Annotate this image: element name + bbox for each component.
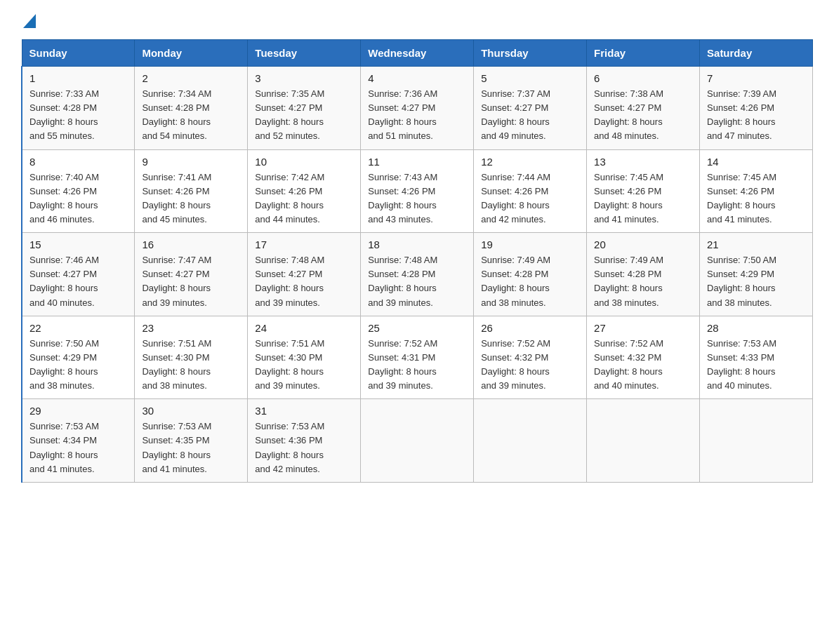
calendar-cell: 29 Sunrise: 7:53 AMSunset: 4:34 PMDaylig…	[22, 399, 135, 483]
day-number: 8	[29, 156, 127, 168]
day-info: Sunrise: 7:35 AMSunset: 4:27 PMDaylight:…	[255, 87, 353, 144]
day-info: Sunrise: 7:51 AMSunset: 4:30 PMDaylight:…	[142, 337, 240, 394]
day-number: 17	[255, 239, 353, 250]
calendar-cell: 8 Sunrise: 7:40 AMSunset: 4:26 PMDayligh…	[22, 149, 135, 233]
day-info: Sunrise: 7:52 AMSunset: 4:32 PMDaylight:…	[594, 337, 692, 394]
day-number: 2	[142, 72, 240, 84]
day-number: 13	[594, 156, 692, 168]
day-number: 3	[255, 72, 353, 84]
day-info: Sunrise: 7:39 AMSunset: 4:26 PMDaylight:…	[707, 87, 805, 144]
day-number: 1	[29, 72, 127, 84]
calendar-cell: 7 Sunrise: 7:39 AMSunset: 4:26 PMDayligh…	[700, 67, 813, 150]
calendar-cell: 2 Sunrise: 7:34 AMSunset: 4:28 PMDayligh…	[135, 67, 248, 150]
column-header-friday: Friday	[587, 40, 700, 67]
calendar-cell: 15 Sunrise: 7:46 AMSunset: 4:27 PMDaylig…	[22, 233, 135, 316]
day-info: Sunrise: 7:48 AMSunset: 4:27 PMDaylight:…	[255, 253, 353, 310]
calendar-cell: 18 Sunrise: 7:48 AMSunset: 4:28 PMDaylig…	[361, 233, 474, 316]
calendar-cell: 4 Sunrise: 7:36 AMSunset: 4:27 PMDayligh…	[361, 67, 474, 150]
day-number: 22	[29, 322, 127, 334]
calendar-cell: 26 Sunrise: 7:52 AMSunset: 4:32 PMDaylig…	[474, 316, 587, 399]
calendar-cell	[361, 399, 474, 483]
day-info: Sunrise: 7:45 AMSunset: 4:26 PMDaylight:…	[707, 170, 805, 227]
calendar-cell: 23 Sunrise: 7:51 AMSunset: 4:30 PMDaylig…	[135, 316, 248, 399]
day-info: Sunrise: 7:47 AMSunset: 4:27 PMDaylight:…	[142, 253, 240, 310]
day-number: 21	[707, 239, 805, 250]
calendar-cell	[700, 399, 813, 483]
column-header-tuesday: Tuesday	[248, 40, 361, 67]
calendar-cell: 30 Sunrise: 7:53 AMSunset: 4:35 PMDaylig…	[135, 399, 248, 483]
calendar-cell: 24 Sunrise: 7:51 AMSunset: 4:30 PMDaylig…	[248, 316, 361, 399]
calendar-week-row: 8 Sunrise: 7:40 AMSunset: 4:26 PMDayligh…	[22, 149, 813, 233]
day-info: Sunrise: 7:45 AMSunset: 4:26 PMDaylight:…	[594, 170, 692, 227]
day-number: 7	[707, 72, 805, 84]
day-info: Sunrise: 7:37 AMSunset: 4:27 PMDaylight:…	[481, 87, 579, 144]
calendar-cell: 17 Sunrise: 7:48 AMSunset: 4:27 PMDaylig…	[248, 233, 361, 316]
column-header-monday: Monday	[135, 40, 248, 67]
day-number: 11	[368, 156, 466, 168]
day-number: 28	[707, 322, 805, 334]
day-info: Sunrise: 7:50 AMSunset: 4:29 PMDaylight:…	[29, 337, 127, 394]
calendar-week-row: 1 Sunrise: 7:33 AMSunset: 4:28 PMDayligh…	[22, 67, 813, 150]
day-info: Sunrise: 7:53 AMSunset: 4:36 PMDaylight:…	[255, 420, 353, 476]
logo-arrow-icon	[23, 14, 36, 28]
day-info: Sunrise: 7:41 AMSunset: 4:26 PMDaylight:…	[142, 170, 240, 227]
calendar-cell: 19 Sunrise: 7:49 AMSunset: 4:28 PMDaylig…	[474, 233, 587, 316]
day-number: 19	[481, 239, 579, 250]
day-info: Sunrise: 7:48 AMSunset: 4:28 PMDaylight:…	[368, 253, 466, 310]
day-number: 4	[368, 72, 466, 84]
calendar-cell: 28 Sunrise: 7:53 AMSunset: 4:33 PMDaylig…	[700, 316, 813, 399]
day-info: Sunrise: 7:53 AMSunset: 4:35 PMDaylight:…	[142, 420, 240, 476]
day-info: Sunrise: 7:52 AMSunset: 4:31 PMDaylight:…	[368, 337, 466, 394]
day-info: Sunrise: 7:52 AMSunset: 4:32 PMDaylight:…	[481, 337, 579, 394]
day-info: Sunrise: 7:40 AMSunset: 4:26 PMDaylight:…	[29, 170, 127, 227]
day-number: 12	[481, 156, 579, 168]
day-number: 9	[142, 156, 240, 168]
page-header	[21, 14, 813, 27]
day-number: 20	[594, 239, 692, 250]
day-number: 6	[594, 72, 692, 84]
day-number: 10	[255, 156, 353, 168]
day-number: 5	[481, 72, 579, 84]
day-number: 14	[707, 156, 805, 168]
calendar-table: SundayMondayTuesdayWednesdayThursdayFrid…	[21, 39, 813, 483]
column-header-wednesday: Wednesday	[361, 40, 474, 67]
calendar-cell: 3 Sunrise: 7:35 AMSunset: 4:27 PMDayligh…	[248, 67, 361, 150]
calendar-cell: 6 Sunrise: 7:38 AMSunset: 4:27 PMDayligh…	[587, 67, 700, 150]
day-number: 27	[594, 322, 692, 334]
day-info: Sunrise: 7:43 AMSunset: 4:26 PMDaylight:…	[368, 170, 466, 227]
day-number: 16	[142, 239, 240, 250]
day-number: 25	[368, 322, 466, 334]
day-info: Sunrise: 7:44 AMSunset: 4:26 PMDaylight:…	[481, 170, 579, 227]
day-info: Sunrise: 7:33 AMSunset: 4:28 PMDaylight:…	[29, 87, 127, 144]
calendar-cell: 22 Sunrise: 7:50 AMSunset: 4:29 PMDaylig…	[22, 316, 135, 399]
calendar-cell	[474, 399, 587, 483]
calendar-cell: 27 Sunrise: 7:52 AMSunset: 4:32 PMDaylig…	[587, 316, 700, 399]
day-info: Sunrise: 7:49 AMSunset: 4:28 PMDaylight:…	[594, 253, 692, 310]
calendar-cell: 25 Sunrise: 7:52 AMSunset: 4:31 PMDaylig…	[361, 316, 474, 399]
calendar-week-row: 22 Sunrise: 7:50 AMSunset: 4:29 PMDaylig…	[22, 316, 813, 399]
calendar-cell: 10 Sunrise: 7:42 AMSunset: 4:26 PMDaylig…	[248, 149, 361, 233]
day-info: Sunrise: 7:53 AMSunset: 4:33 PMDaylight:…	[707, 337, 805, 394]
column-header-saturday: Saturday	[700, 40, 813, 67]
column-header-sunday: Sunday	[22, 40, 135, 67]
day-number: 24	[255, 322, 353, 334]
calendar-cell: 20 Sunrise: 7:49 AMSunset: 4:28 PMDaylig…	[587, 233, 700, 316]
calendar-cell: 21 Sunrise: 7:50 AMSunset: 4:29 PMDaylig…	[700, 233, 813, 316]
calendar-cell: 12 Sunrise: 7:44 AMSunset: 4:26 PMDaylig…	[474, 149, 587, 233]
day-info: Sunrise: 7:49 AMSunset: 4:28 PMDaylight:…	[481, 253, 579, 310]
calendar-cell	[587, 399, 700, 483]
column-header-thursday: Thursday	[474, 40, 587, 67]
day-info: Sunrise: 7:50 AMSunset: 4:29 PMDaylight:…	[707, 253, 805, 310]
day-info: Sunrise: 7:53 AMSunset: 4:34 PMDaylight:…	[29, 420, 127, 476]
calendar-cell: 1 Sunrise: 7:33 AMSunset: 4:28 PMDayligh…	[22, 67, 135, 150]
day-info: Sunrise: 7:36 AMSunset: 4:27 PMDaylight:…	[368, 87, 466, 144]
day-info: Sunrise: 7:38 AMSunset: 4:27 PMDaylight:…	[594, 87, 692, 144]
day-number: 18	[368, 239, 466, 250]
calendar-cell: 11 Sunrise: 7:43 AMSunset: 4:26 PMDaylig…	[361, 149, 474, 233]
calendar-week-row: 29 Sunrise: 7:53 AMSunset: 4:34 PMDaylig…	[22, 399, 813, 483]
day-number: 26	[481, 322, 579, 334]
calendar-cell: 9 Sunrise: 7:41 AMSunset: 4:26 PMDayligh…	[135, 149, 248, 233]
day-number: 29	[29, 405, 127, 417]
calendar-cell: 14 Sunrise: 7:45 AMSunset: 4:26 PMDaylig…	[700, 149, 813, 233]
day-info: Sunrise: 7:46 AMSunset: 4:27 PMDaylight:…	[29, 253, 127, 310]
